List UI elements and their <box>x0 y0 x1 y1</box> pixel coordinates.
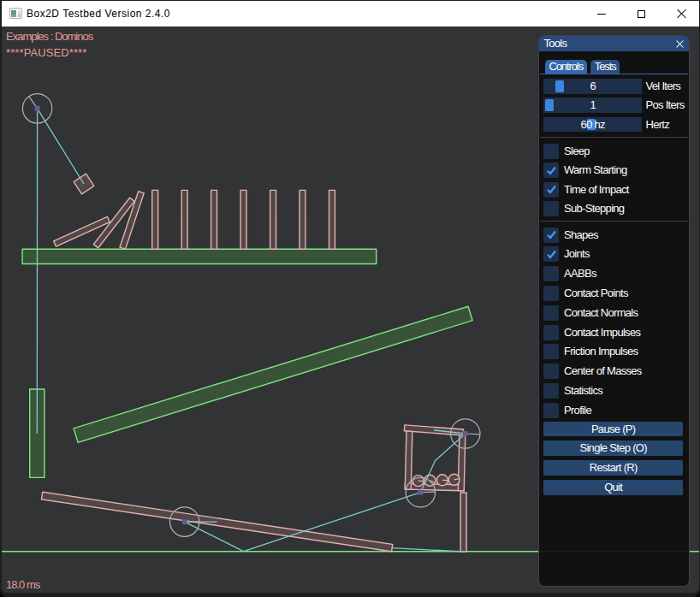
button-pause-p[interactable]: Pause (P) <box>543 422 683 437</box>
checkbox-label: Contact Normals <box>564 305 638 321</box>
checkbox-friction-impulses[interactable] <box>543 344 559 359</box>
joint-anchor-point-a <box>35 107 39 111</box>
shelf-top-shape <box>22 249 377 263</box>
checkbox-statistics[interactable] <box>543 383 559 399</box>
window-title: Box2D Testbed Version 2.4.0 <box>27 1 170 27</box>
domino-shape <box>329 190 335 249</box>
checkbox-shapes[interactable] <box>543 228 559 243</box>
button-quit[interactable]: Quit <box>543 480 683 495</box>
slider-value: 60 hz <box>543 117 642 133</box>
tools-close-button[interactable] <box>674 38 685 50</box>
joint-anchor-point-a <box>182 520 187 524</box>
slider-label: Vel Iters <box>646 79 681 94</box>
slider-value: 1 <box>543 98 642 113</box>
joint-anchor-point-a <box>464 432 468 436</box>
checkbox-label: Warm Starting <box>564 163 627 178</box>
checkbox-label: Statistics <box>564 383 602 399</box>
checkbox-center-of-masses[interactable] <box>543 364 559 379</box>
paused-text: ****PAUSED**** <box>6 46 86 59</box>
checkbox-contact-points[interactable] <box>543 286 559 301</box>
checkbox-label: Joints <box>564 246 590 262</box>
check-icon <box>546 184 557 195</box>
close-button[interactable] <box>661 1 700 27</box>
checkbox-label: Shapes <box>564 228 598 243</box>
check-icon <box>546 229 557 240</box>
tab-tests[interactable]: Tests <box>590 60 620 74</box>
minimize-button[interactable] <box>582 1 621 27</box>
slider-label: Pos Iters <box>646 98 685 113</box>
physics-canvas[interactable]: Examples : Dominos ****PAUSED**** 18.0 m… <box>2 27 699 593</box>
checkbox-sub-stepping[interactable] <box>543 201 559 216</box>
checkbox-aabbs[interactable] <box>543 266 559 281</box>
checkbox-label: Center of Masses <box>564 364 642 379</box>
tether-bar-shape <box>460 493 466 552</box>
domino-shape <box>300 190 306 249</box>
separator <box>540 221 688 222</box>
checkbox-time-of-impact[interactable] <box>543 182 559 198</box>
slider-value: 6 <box>543 79 642 94</box>
minimize-icon <box>597 14 606 15</box>
app-icon <box>9 8 22 19</box>
button-label: Single Step (O) <box>543 440 683 456</box>
tab-label: Tests <box>590 60 620 74</box>
checkbox-label: Profile <box>564 403 591 418</box>
tab-label: Controls <box>545 60 587 74</box>
tools-panel-titlebar[interactable]: Tools <box>539 36 689 51</box>
button-label: Restart (R) <box>543 460 683 476</box>
maximize-icon <box>638 10 645 18</box>
checkbox-contact-impulses[interactable] <box>543 325 559 340</box>
slider-vel-iters[interactable]: 6 <box>543 79 642 94</box>
button-label: Pause (P) <box>543 422 683 437</box>
checkbox-label: Sub-Stepping <box>564 201 624 216</box>
frame-time-text: 18.0 ms <box>6 578 39 591</box>
slider-pos-iters[interactable]: 1 <box>543 98 642 113</box>
checkbox-sleep[interactable] <box>543 144 559 159</box>
checkbox-label: Contact Impulses <box>564 325 640 340</box>
checkbox-label: AABBs <box>564 266 596 281</box>
tab-controls[interactable]: Controls <box>545 60 587 74</box>
titlebar: Box2D Testbed Version 2.4.0 <box>2 1 699 27</box>
checkbox-warm-starting[interactable] <box>543 163 559 178</box>
checkbox-label: Sleep <box>564 144 590 159</box>
domino-shape <box>270 190 276 249</box>
button-restart-r[interactable]: Restart (R) <box>543 460 683 476</box>
tools-panel-title: Tools <box>544 36 567 50</box>
checkbox-profile[interactable] <box>543 403 559 418</box>
separator <box>540 137 688 138</box>
checkbox-label: Contact Points <box>564 286 628 301</box>
ball-axis-line <box>418 481 424 482</box>
domino-shape <box>152 190 158 249</box>
button-label: Quit <box>543 480 683 495</box>
checkbox-contact-normals[interactable] <box>543 305 559 321</box>
slider-hertz[interactable]: 60 hz <box>543 117 642 133</box>
domino-shape <box>240 190 246 249</box>
checkbox-label: Friction Impulses <box>564 344 638 359</box>
checkbox-label: Time of Impact <box>564 182 629 198</box>
tabbar-underline <box>540 74 688 74</box>
domino-shape <box>181 190 187 249</box>
joint-anchor-point-a <box>418 490 423 494</box>
checkbox-joints[interactable] <box>543 246 559 262</box>
check-icon <box>546 165 557 176</box>
close-icon <box>676 9 686 19</box>
app-window: Box2D Testbed Version 2.4.0 Examples : D… <box>0 0 700 597</box>
slider-label: Hertz <box>646 117 670 133</box>
domino-shape <box>211 190 217 249</box>
example-title-text: Examples : Dominos <box>6 30 92 43</box>
tools-panel: Tools ControlsTests 6Vel Iters1Pos Iters… <box>538 35 690 587</box>
check-icon <box>546 249 557 260</box>
button-single-step-o[interactable]: Single Step (O) <box>543 440 683 456</box>
maximize-button[interactable] <box>622 1 661 27</box>
